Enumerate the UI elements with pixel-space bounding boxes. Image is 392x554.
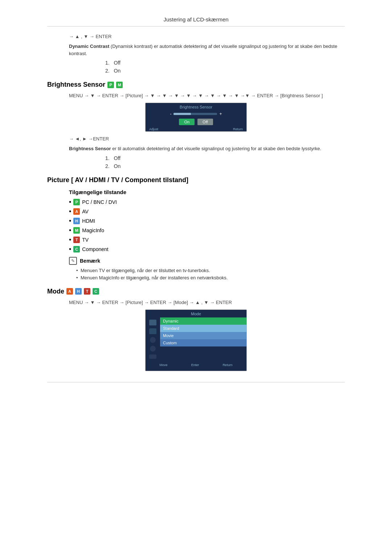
badge-a-mode-section: A (66, 288, 73, 295)
dynamic-contrast-description: Dynamic Contrast (Dynamisk kontrast) er … (69, 43, 345, 57)
available-modes-heading: Tilgængelige tilstande (69, 189, 345, 195)
badge-p: P (107, 82, 114, 88)
screen-slider-row: - + (146, 111, 246, 116)
slider-minus: - (170, 111, 171, 116)
slider-bar (173, 113, 217, 115)
mode-item-dynamic[interactable]: Dynamic (160, 317, 246, 325)
dynamic-contrast-desc-rest: (Dynamisk kontrast) er automatisk detekt… (69, 44, 337, 56)
bullet-dot: • (69, 218, 71, 224)
mode-label-tv: TV (82, 237, 89, 243)
note-icon: ✎ (69, 257, 77, 265)
mode-screen-icons (146, 317, 160, 361)
screen-on-button[interactable]: On (179, 119, 195, 125)
badge-t-mode: T (73, 237, 80, 243)
brightness-sensor-term: Brightness Sensor (69, 146, 111, 151)
note-bullet-tv: Menuen TV er tilgængelig, når der er til… (76, 268, 345, 273)
mode-screen-bottom: Move Enter Return (146, 362, 246, 368)
mode-label-pc: PC / BNC / DVI (82, 199, 117, 205)
mode-item-movie[interactable]: Movie (160, 332, 246, 339)
mode-screen-title: Mode (146, 310, 246, 317)
badge-m-mode: M (73, 227, 80, 234)
mode-nav: MENU → ▼ → ENTER → [Picture] → ENTER → [… (69, 300, 345, 305)
brightness-sensor-desc-rest: er til automatisk detektering af det vis… (111, 146, 322, 151)
note-bullets: Menuen TV er tilgængelig, når der er til… (76, 268, 345, 280)
mode-icon-2 (149, 328, 156, 334)
badge-h-mode-section: H (75, 288, 82, 295)
note-label: Bemærk (80, 258, 100, 264)
badge-p-mode: P (73, 199, 80, 205)
note-bullet-magicinfo: Menuen MagicInfo er tilgængelig, når der… (76, 275, 345, 280)
picture-section-heading: Picture [ AV / HDMI / TV / Component til… (47, 176, 345, 184)
bullet-item-tv: • T TV (69, 237, 345, 243)
dynamic-contrast-nav: → ▲ , ▼ → ENTER (69, 34, 345, 39)
page-title: Justering af LCD-skærmen (47, 11, 345, 26)
mode-bullets: • P PC / BNC / DVI • A AV • H HDMI • M M… (69, 199, 345, 253)
screen-bottom-bar: Adjust Return (146, 127, 246, 131)
bullet-item-pc: • P PC / BNC / DVI (69, 199, 345, 205)
badge-a-mode: A (73, 208, 80, 215)
mode-item-standard[interactable]: Standard (160, 325, 246, 332)
bullet-dot: • (69, 199, 71, 205)
brightness-sensor-list: Off On (76, 155, 345, 169)
mode-return-label: Return (222, 363, 232, 367)
brightness-sensor-nav: MENU → ▼ → ENTER → [Picture] → ▼ → ▼ → ▼… (69, 93, 345, 98)
screen-return-label: Return (233, 127, 243, 131)
brightness-sensor-title: Brightness Sensor (47, 81, 105, 89)
badge-c-mode: C (73, 246, 80, 253)
dynamic-contrast-list: Off On (76, 60, 345, 74)
bullet-dot: • (69, 208, 71, 215)
mode-label-hdmi: HDMI (82, 218, 95, 224)
section-divider (47, 382, 345, 382)
mode-label-component: Component (82, 246, 108, 252)
list-item: Off (105, 60, 345, 66)
dynamic-contrast-term: Dynamic Contrast (69, 44, 109, 49)
mode-screen: Mode Dynamic Standard Movie Custom Move … (145, 309, 247, 371)
mode-section-heading: Mode A H T C (47, 288, 345, 295)
mode-title: Mode (47, 288, 64, 295)
brightness-sensor-description: Brightness Sensor er til automatisk dete… (69, 145, 345, 152)
mode-icon-4 (150, 346, 156, 352)
bullet-item-component: • C Component (69, 246, 345, 253)
note-box: ✎ Bemærk (69, 257, 345, 265)
bullet-item-magicinfo: • M MagicInfo (69, 227, 345, 234)
mode-icon-5 (149, 354, 156, 359)
mode-screen-content: Dynamic Standard Movie Custom (146, 317, 246, 361)
mode-label-magicinfo: MagicInfo (82, 227, 104, 233)
bullet-dot: • (69, 227, 71, 234)
picture-section-title: Picture [ AV / HDMI / TV / Component til… (47, 176, 188, 184)
slider-fill (173, 113, 191, 115)
mode-label-av: AV (82, 209, 89, 214)
mode-item-custom[interactable]: Custom (160, 339, 246, 346)
screen-adjust-label: Adjust (149, 127, 158, 131)
mode-icon-1 (149, 320, 156, 325)
mode-enter-label: Enter (191, 363, 199, 367)
list-item: On (105, 68, 345, 74)
brightness-sensor-heading: Brightness Sensor P M (47, 81, 345, 89)
bullet-item-av: • A AV (69, 208, 345, 215)
brightness-sensor-nav2: → ◄, ► →ENTER (69, 136, 345, 141)
screen-off-button[interactable]: Off (197, 119, 213, 125)
mode-icon-3 (150, 337, 156, 343)
badge-m: M (116, 82, 123, 88)
list-item: On (105, 163, 345, 169)
badge-c-mode-section: C (93, 288, 99, 295)
badge-t-mode-section: T (84, 288, 90, 295)
brightness-sensor-screen: Brightness Sensor - + On Off Adjust Retu… (145, 103, 247, 132)
bullet-item-hdmi: • H HDMI (69, 218, 345, 224)
mode-screen-list: Dynamic Standard Movie Custom (160, 317, 246, 361)
screen-title: Brightness Sensor (146, 103, 246, 111)
bullet-dot: • (69, 237, 71, 243)
bullet-dot: • (69, 246, 71, 253)
slider-plus: + (219, 111, 222, 116)
badge-h-mode: H (73, 218, 80, 224)
mode-move-label: Move (160, 363, 168, 367)
list-item: Off (105, 155, 345, 161)
screen-buttons-row: On Off (146, 119, 246, 125)
